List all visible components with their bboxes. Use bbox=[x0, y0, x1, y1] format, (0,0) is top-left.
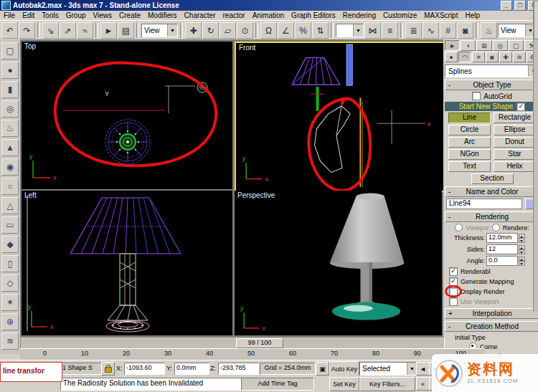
mirror-button[interactable]: ⋈ bbox=[364, 22, 381, 39]
plane-tool-button[interactable]: ▭ bbox=[1, 216, 19, 234]
spacewarps-category[interactable]: ≋ bbox=[513, 52, 526, 62]
key-filters-button[interactable]: Key Filters... bbox=[359, 377, 415, 391]
display-render-checkbox[interactable] bbox=[449, 287, 458, 296]
angle-field[interactable]: 0.0 bbox=[486, 256, 518, 266]
select-object-button[interactable]: ► bbox=[100, 22, 117, 39]
circle-button[interactable]: Circle bbox=[448, 125, 491, 135]
helpers-category[interactable]: ✚ bbox=[499, 52, 512, 62]
panel-scrollbar[interactable] bbox=[533, 0, 538, 312]
curve-editor-button[interactable]: ∿ bbox=[423, 22, 439, 39]
menu-character[interactable]: Character bbox=[181, 11, 220, 20]
schematic-view-button[interactable]: # bbox=[440, 22, 456, 39]
undo-button[interactable]: ↶ bbox=[1, 22, 18, 39]
menu-create[interactable]: Create bbox=[115, 11, 144, 20]
name-color-rollout[interactable]: - Name and Color bbox=[445, 186, 538, 197]
select-and-link-button[interactable]: ⇘ bbox=[42, 22, 59, 39]
thickness-spinner[interactable] bbox=[519, 234, 525, 243]
move-button[interactable]: ✚ bbox=[185, 22, 202, 39]
object-type-rollout[interactable]: - Object Type bbox=[445, 80, 538, 90]
box-tool-button[interactable]: ▢ bbox=[1, 42, 19, 59]
object-name-input[interactable]: Line94 bbox=[446, 199, 522, 209]
sides-field[interactable]: 12 bbox=[486, 244, 518, 254]
auto-key-button[interactable]: Auto Key bbox=[329, 361, 359, 376]
menu-tools[interactable]: Tools bbox=[38, 11, 62, 20]
renderable-checkbox[interactable]: ✓ bbox=[449, 267, 458, 276]
redo-button[interactable]: ↷ bbox=[19, 22, 35, 39]
set-key-button[interactable]: Set Key bbox=[329, 377, 359, 391]
use-pivot-button[interactable]: ⊙ bbox=[237, 22, 253, 39]
perspective-viewport[interactable]: Perspective x y bbox=[235, 191, 442, 335]
menu-rendering[interactable]: Rendering bbox=[339, 11, 379, 20]
coordinate-system-dropdown[interactable]: View ▼ bbox=[141, 24, 178, 37]
menu-modifiers[interactable]: Modifiers bbox=[144, 11, 181, 20]
minimize-button[interactable]: _ bbox=[501, 1, 512, 11]
autogrid-checkbox[interactable] bbox=[472, 92, 481, 100]
scale-button[interactable]: ▱ bbox=[220, 22, 236, 39]
previous-key-button[interactable]: ◄ bbox=[416, 362, 430, 376]
select-by-name-button[interactable]: ▤ bbox=[118, 22, 134, 39]
selection-lock-button[interactable] bbox=[101, 362, 115, 376]
shapes-category[interactable]: ◠ bbox=[458, 52, 471, 62]
interpolation-rollout[interactable]: + Interpolation bbox=[445, 308, 538, 319]
menu-reactor[interactable]: reactor bbox=[220, 11, 249, 20]
named-selection-dropdown[interactable]: ▼ bbox=[336, 24, 364, 37]
line-button[interactable]: Line bbox=[448, 113, 491, 123]
percent-snap-button[interactable]: % bbox=[295, 22, 311, 39]
tube-tool-button[interactable]: ○ bbox=[1, 178, 19, 195]
menu-maxscript[interactable]: MAXScript bbox=[420, 11, 461, 20]
menu-group[interactable]: Group bbox=[62, 11, 90, 20]
star-tool-button[interactable]: ✶ bbox=[1, 294, 19, 311]
rectangle-button[interactable]: Rectangle bbox=[494, 113, 536, 123]
unlink-selection-button[interactable]: ⇗ bbox=[60, 22, 76, 39]
render-view-dropdown[interactable]: View ▼ bbox=[498, 24, 536, 37]
angle-snap-button[interactable]: ∠ bbox=[278, 22, 294, 39]
ngon-button[interactable]: NGon bbox=[448, 149, 491, 160]
creation-method-rollout[interactable]: - Creation Method bbox=[445, 321, 538, 332]
render-scene-button[interactable]: ♨ bbox=[481, 22, 497, 39]
motion-tab[interactable]: ◎ bbox=[493, 40, 508, 51]
align-button[interactable]: ≡ bbox=[382, 22, 398, 39]
maximize-button[interactable]: □ bbox=[514, 1, 526, 11]
teapot-tool-button[interactable]: ♨ bbox=[1, 120, 19, 137]
hedra-tool-button[interactable]: ◆ bbox=[1, 236, 19, 253]
y-coordinate-field[interactable]: 0.0mm bbox=[174, 363, 209, 375]
add-time-tag[interactable]: Add Time Tag bbox=[241, 378, 314, 391]
arc-button[interactable]: Arc bbox=[448, 137, 491, 148]
renderer-radio[interactable] bbox=[492, 224, 500, 231]
star-button[interactable]: Star bbox=[494, 149, 536, 160]
material-editor-button[interactable]: ◙ bbox=[457, 22, 473, 39]
oiltank-tool-button[interactable]: ⊕ bbox=[1, 313, 19, 330]
lights-category[interactable]: ☀ bbox=[472, 52, 485, 62]
front-viewport[interactable]: Front x x y bbox=[235, 42, 445, 192]
menu-animation[interactable]: Animation bbox=[249, 11, 288, 20]
left-viewport[interactable]: Left bbox=[22, 191, 232, 335]
cylinder-tool-button[interactable]: ▮ bbox=[1, 81, 19, 98]
viewport-radio[interactable] bbox=[455, 224, 463, 231]
hand-icon[interactable]: ▣ bbox=[316, 362, 329, 376]
menu-file[interactable]: File bbox=[0, 11, 19, 20]
menu-edit[interactable]: Edit bbox=[19, 11, 38, 20]
ellipse-button[interactable]: Ellipse bbox=[494, 125, 536, 135]
torus-tool-button[interactable]: ◎ bbox=[1, 100, 19, 118]
snap-toggle-button[interactable]: Ω bbox=[260, 22, 277, 39]
spindle-tool-button[interactable]: ◇ bbox=[1, 274, 19, 292]
donut-button[interactable]: Donut bbox=[494, 137, 536, 148]
bind-to-spacewarp-button[interactable]: ≈ bbox=[77, 22, 93, 39]
section-button[interactable]: Section bbox=[471, 173, 514, 184]
x-coordinate-field[interactable]: -1093.60 bbox=[124, 363, 165, 375]
geosphere-tool-button[interactable]: ◉ bbox=[1, 158, 19, 176]
prism-tool-button[interactable]: ≋ bbox=[1, 333, 19, 350]
spinner-snap-button[interactable]: ⇅ bbox=[312, 22, 329, 39]
sides-spinner[interactable] bbox=[519, 245, 525, 254]
capsule-tool-button[interactable]: ▯ bbox=[1, 255, 19, 272]
menu-graph-editors[interactable]: Graph Editors bbox=[288, 11, 339, 20]
shape-type-dropdown[interactable]: Splines ▼ bbox=[445, 64, 538, 77]
cameras-category[interactable]: ◙ bbox=[486, 52, 499, 62]
layer-manager-button[interactable]: ≣ bbox=[405, 22, 422, 39]
z-coordinate-field[interactable]: -293.785 bbox=[218, 363, 259, 375]
pyramid-tool-button[interactable]: △ bbox=[1, 197, 19, 214]
top-viewport[interactable]: Top x Y bbox=[22, 42, 232, 189]
modify-tab[interactable]: ◗ bbox=[461, 40, 476, 51]
rewind-button[interactable]: « bbox=[416, 377, 430, 391]
menu-customize[interactable]: Customize bbox=[379, 11, 420, 20]
